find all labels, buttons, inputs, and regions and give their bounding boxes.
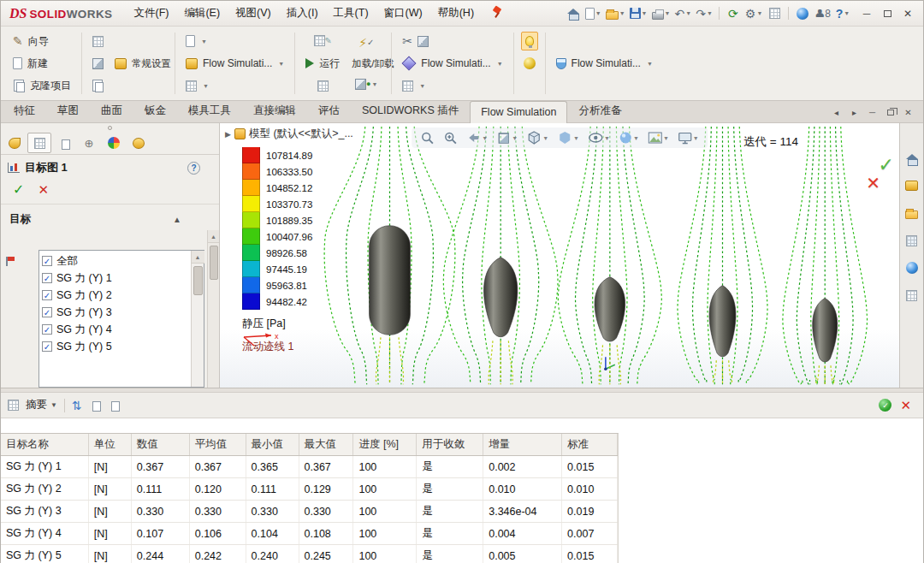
tab-flow-simulation[interactable]: Flow Simulation bbox=[470, 101, 567, 123]
minimize-icon[interactable]: ─ bbox=[856, 5, 877, 22]
menu-item[interactable]: 帮助(H) bbox=[430, 2, 482, 25]
minimize-doc-icon[interactable]: ─ bbox=[864, 105, 880, 120]
close-summary-icon[interactable]: ✕ bbox=[900, 399, 911, 412]
goal-checkbox[interactable]: ✓ bbox=[42, 341, 52, 352]
view-palette-icon[interactable] bbox=[903, 231, 921, 250]
refresh-goals-icon[interactable]: ⇅ bbox=[72, 400, 82, 412]
rebuild-icon[interactable]: ⟳ bbox=[725, 4, 742, 23]
display-style-icon[interactable]: ▼ bbox=[557, 130, 579, 145]
flow-simulation-dropdown-1[interactable]: Flow Simulati...▼ bbox=[182, 53, 287, 74]
expand-caret-icon[interactable]: ▶ bbox=[225, 130, 231, 139]
menu-item[interactable]: 插入(I) bbox=[279, 2, 326, 25]
scrollbar-thumb[interactable] bbox=[210, 246, 218, 280]
goals-group-header[interactable]: 目标 ▲ bbox=[1, 204, 219, 230]
goal-checkbox[interactable]: ✓ bbox=[42, 256, 52, 266]
options-gear-icon[interactable]: ⚙▼ bbox=[744, 4, 764, 23]
zoom-area-icon[interactable] bbox=[443, 131, 458, 145]
featuremanager-tab-icon[interactable] bbox=[3, 133, 27, 153]
open-icon[interactable]: ▼ bbox=[605, 4, 626, 23]
appearance-sphere-icon[interactable] bbox=[521, 54, 538, 73]
panel-splitter-handle[interactable] bbox=[1, 123, 219, 132]
flow-tools-icon[interactable]: ▼ bbox=[182, 75, 287, 97]
tab-features[interactable]: 特征 bbox=[3, 98, 46, 122]
redo-icon[interactable]: ↷▼ bbox=[695, 4, 714, 23]
menu-item[interactable]: 窗口(W) bbox=[376, 2, 430, 25]
goal-plot-status-icon[interactable]: ✓ bbox=[879, 399, 891, 412]
load-unload-button[interactable]: 加载/卸载 bbox=[348, 58, 384, 69]
component-control-icon[interactable] bbox=[89, 76, 106, 95]
section-view-icon[interactable]: ▼ bbox=[496, 131, 518, 145]
user-icon[interactable]: 👤︎8 bbox=[814, 4, 832, 23]
featuremanager-flyout[interactable]: ▶ 模型 (默认<<默认>_... bbox=[225, 127, 353, 141]
help-icon[interactable]: ?▼ bbox=[834, 4, 851, 23]
goal-row[interactable]: ✓ SG 力 (Y) 5 bbox=[42, 338, 191, 355]
insert-boundary-icon[interactable]: ▼ bbox=[182, 31, 287, 52]
hide-show-items-icon[interactable]: ▼ bbox=[588, 133, 610, 143]
flow-simulation-dropdown-2[interactable]: Flow Simulati...▼ bbox=[399, 53, 506, 74]
goal-row[interactable]: ✓ 全部 bbox=[42, 252, 191, 270]
results-surface-plot-icon[interactable]: ▼ bbox=[399, 75, 506, 97]
cancel-button[interactable]: ✕ bbox=[38, 183, 49, 197]
clone-project-button[interactable]: 克隆项目 bbox=[9, 75, 74, 97]
goal-checkbox[interactable]: ✓ bbox=[42, 324, 52, 335]
goal-checkbox[interactable]: ✓ bbox=[42, 290, 52, 300]
help-icon[interactable]: ? bbox=[187, 162, 200, 175]
goal-checkbox[interactable]: ✓ bbox=[42, 307, 52, 317]
general-settings-button[interactable]: 常规设置 bbox=[111, 58, 168, 69]
tab-solidworks-addins[interactable]: SOLIDWORKS 插件 bbox=[351, 98, 470, 122]
menu-item[interactable]: 文件(F) bbox=[126, 2, 176, 25]
copy-table-icon[interactable] bbox=[111, 401, 120, 412]
goal-row[interactable]: ✓ SG 力 (Y) 2 bbox=[42, 287, 191, 304]
goal-row[interactable]: ✓ SG 力 (Y) 3 bbox=[42, 304, 191, 321]
previous-view-icon[interactable]: ▼ bbox=[466, 131, 488, 145]
run-button[interactable]: 运行 bbox=[302, 53, 343, 74]
scrollbar-thumb[interactable] bbox=[193, 266, 203, 295]
pin-menu-icon[interactable] bbox=[492, 7, 502, 20]
tab-evaluate[interactable]: 评估 bbox=[307, 98, 351, 122]
tab-analysis-preparation[interactable]: 分析准备 bbox=[567, 98, 632, 122]
lightbulb-icon[interactable] bbox=[521, 32, 538, 50]
displaymanager-tab-icon[interactable] bbox=[102, 133, 126, 153]
confirm-ok-icon[interactable]: ✓ bbox=[879, 154, 894, 176]
close-doc-icon[interactable]: ✕ bbox=[900, 105, 916, 120]
scroll-up-icon[interactable]: ▲ bbox=[192, 251, 204, 264]
goal-row[interactable]: ✓ SG 力 (Y) 4 bbox=[42, 321, 191, 338]
new-project-button[interactable]: 新建 bbox=[9, 53, 74, 74]
edit-appearance-icon[interactable]: ▼ bbox=[619, 131, 639, 145]
simulation-tab-icon[interactable] bbox=[127, 133, 151, 153]
dimxpertmanager-tab-icon[interactable]: ⊕ bbox=[77, 133, 101, 153]
next-window-icon[interactable]: ▸ bbox=[846, 105, 862, 120]
copy-goals-icon[interactable] bbox=[92, 401, 101, 412]
panel-scrollbar[interactable]: ▲ bbox=[207, 230, 219, 388]
wizard-button[interactable]: ✎向导 bbox=[9, 31, 74, 52]
confirm-cancel-icon[interactable]: ✕ bbox=[866, 173, 880, 193]
custom-properties-icon[interactable] bbox=[903, 286, 921, 305]
flow-simulation-dropdown-3[interactable]: Flow Simulati...▼ bbox=[553, 53, 656, 74]
tab-sketch[interactable]: 草图 bbox=[46, 98, 90, 122]
load-results-icon[interactable]: ⚡✓ bbox=[348, 33, 384, 52]
goals-icon[interactable] bbox=[89, 32, 106, 50]
ok-button[interactable]: ✓ bbox=[13, 183, 24, 197]
scroll-up-icon[interactable]: ▲ bbox=[208, 230, 220, 243]
undo-icon[interactable]: ↶▼ bbox=[673, 4, 692, 23]
tab-direct-editing[interactable]: 直接编辑 bbox=[242, 98, 307, 122]
tab-surfaces[interactable]: 曲面 bbox=[90, 98, 133, 122]
file-properties-icon[interactable] bbox=[766, 4, 783, 23]
menu-item[interactable]: 工具(T) bbox=[326, 2, 376, 25]
goal-checkbox[interactable]: ✓ bbox=[42, 273, 52, 283]
view-settings-icon[interactable]: ▼ bbox=[678, 132, 699, 145]
menu-item[interactable]: 编辑(E) bbox=[176, 2, 228, 25]
zoom-fit-icon[interactable] bbox=[420, 131, 435, 145]
list-scrollbar[interactable]: ▲ bbox=[191, 251, 204, 387]
save-icon[interactable]: ▼ bbox=[629, 4, 649, 23]
appearances-icon[interactable] bbox=[903, 258, 921, 277]
collapse-chevron-icon[interactable]: ▲ bbox=[173, 215, 181, 224]
file-explorer-icon[interactable] bbox=[903, 204, 921, 222]
design-library-icon[interactable] bbox=[903, 176, 921, 195]
results-cut-plot-icon[interactable]: ✂ bbox=[399, 31, 506, 52]
appearance-ball-icon[interactable] bbox=[794, 4, 811, 23]
summary-dropdown[interactable]: 摘要▼ bbox=[26, 398, 57, 412]
solve-settings-icon[interactable]: ✎ bbox=[302, 32, 343, 50]
restore-icon[interactable] bbox=[877, 5, 897, 22]
print-icon[interactable]: ▼ bbox=[651, 4, 672, 23]
